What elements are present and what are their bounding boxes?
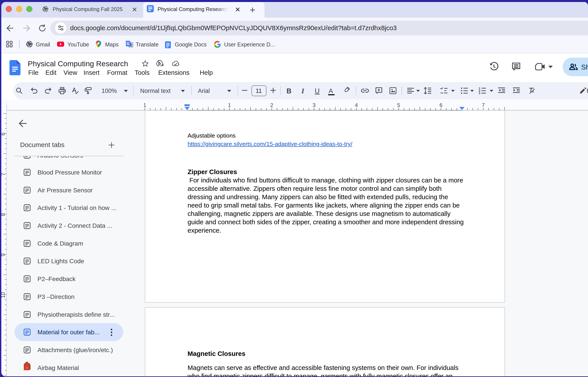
- svg-text:3: 3: [479, 92, 480, 94]
- svg-text:G: G: [126, 42, 129, 46]
